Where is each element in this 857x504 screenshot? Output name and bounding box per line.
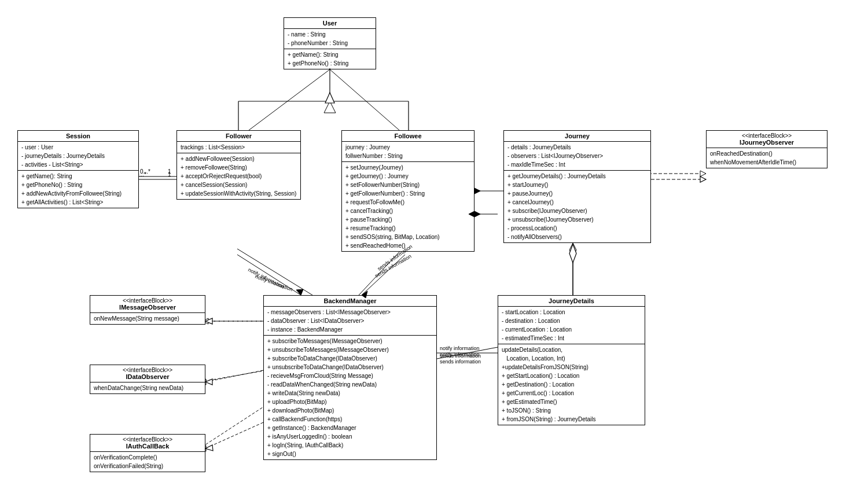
followee-methods: + setJourney(Journey) + getJourney() : J… bbox=[342, 162, 474, 251]
svg-text:notify information: notify information bbox=[254, 273, 293, 292]
svg-marker-49 bbox=[205, 318, 212, 324]
imessage-observer-methods: onNewMessage(String message) bbox=[90, 313, 205, 324]
follower-class: Follower trackings : List<Session> + add… bbox=[176, 130, 301, 200]
svg-text:notify information: notify information bbox=[440, 345, 480, 351]
user-attributes: - name : String - phoneNumber : String bbox=[284, 29, 376, 49]
svg-text:1: 1 bbox=[168, 171, 171, 178]
iauth-callback-class: <<interfaceBlock>> IAuthCallBack onVerif… bbox=[90, 434, 205, 472]
svg-text:notify information: notify information bbox=[440, 352, 480, 358]
svg-marker-2 bbox=[324, 101, 336, 113]
journey-details-methods: updateDetails(Location, Location, Locati… bbox=[498, 344, 645, 425]
idata-observer-class: <<interfaceBlock>> IDataObserver whenDat… bbox=[90, 365, 205, 394]
journey-title: Journey bbox=[504, 131, 650, 142]
imessage-observer-class: <<interfaceBlock>> IMessageObserver onNe… bbox=[90, 295, 205, 325]
backend-manager-attributes: - messageObservers : List<IMessageObserv… bbox=[264, 307, 436, 336]
svg-marker-53 bbox=[205, 445, 213, 451]
followee-attributes: journey : Journey follwerNumber : String bbox=[342, 142, 474, 162]
svg-text:sends information: sends information bbox=[440, 359, 481, 365]
svg-marker-9 bbox=[700, 171, 706, 176]
svg-line-39 bbox=[362, 255, 405, 295]
follower-methods: + addNewFollowee(Session) + removeFollow… bbox=[177, 153, 300, 199]
iauth-callback-methods: onVerificationComplete() onVerificationF… bbox=[90, 452, 205, 472]
followee-class: Followee journey : Journey follwerNumber… bbox=[341, 130, 475, 252]
diagram-container: 0...* 1 sends information notify informa… bbox=[0, 0, 857, 504]
svg-text:sends information: sends information bbox=[440, 353, 481, 359]
svg-marker-29 bbox=[325, 93, 334, 103]
user-class: User - name : String - phoneNumber : Str… bbox=[284, 17, 376, 69]
journey-attributes: - details : JourneyDetails - observers :… bbox=[504, 142, 650, 171]
svg-line-52 bbox=[205, 422, 263, 448]
followee-title: Followee bbox=[342, 131, 474, 142]
user-methods: + getName(): String + getPhoneNo() : Str… bbox=[284, 49, 376, 69]
svg-marker-36 bbox=[700, 176, 706, 182]
journey-details-title: JourneyDetails bbox=[498, 296, 645, 307]
idata-observer-title: <<interfaceBlock>> IDataObserver bbox=[90, 365, 205, 382]
svg-line-12 bbox=[359, 249, 402, 295]
svg-text:sends information: sends information bbox=[374, 253, 413, 279]
follower-attributes: trackings : List<Session> bbox=[177, 142, 300, 153]
idata-observer-methods: whenDataChange(String newData) bbox=[90, 382, 205, 393]
imessage-observer-title: <<interfaceBlock>> IMessageObserver bbox=[90, 296, 205, 313]
svg-text:0...*: 0...* bbox=[140, 168, 150, 175]
svg-text:1: 1 bbox=[168, 168, 171, 175]
session-methods: + getName(): String + getPhoneNo() : Str… bbox=[18, 171, 138, 208]
journey-methods: + getJourneyDetails() : JourneyDetails +… bbox=[504, 171, 650, 242]
svg-text:notify information: notify information bbox=[247, 267, 285, 290]
iauth-callback-title: <<interfaceBlock>> IAuthCallBack bbox=[90, 435, 205, 452]
session-title: Session bbox=[18, 131, 138, 142]
svg-line-21 bbox=[200, 370, 266, 382]
journey-details-class: JourneyDetails - startLocation : Locatio… bbox=[498, 295, 645, 425]
svg-line-45 bbox=[437, 347, 498, 359]
journey-details-attributes: - startLocation : Location - destination… bbox=[498, 307, 645, 344]
svg-line-0 bbox=[249, 69, 330, 130]
svg-line-50 bbox=[205, 370, 263, 382]
backend-manager-methods: + subscribeToMessages(IMessageObserver) … bbox=[264, 336, 436, 459]
svg-line-14 bbox=[237, 249, 312, 295]
backend-manager-class: BackendManager - messageObservers : List… bbox=[263, 295, 437, 460]
user-title: User bbox=[284, 18, 376, 29]
backend-manager-title: BackendManager bbox=[264, 296, 436, 307]
svg-marker-11 bbox=[569, 243, 576, 257]
ijourney-observer-class: <<interfaceBlock>> IJourneyObserver onRe… bbox=[706, 130, 827, 168]
svg-marker-51 bbox=[205, 379, 212, 385]
ijourney-observer-title: <<interfaceBlock>> IJourneyObserver bbox=[707, 131, 827, 148]
session-class: Session - user : User - journeyDetails :… bbox=[17, 130, 139, 208]
svg-marker-38 bbox=[569, 244, 576, 263]
journey-class: Journey - details : JourneyDetails - obs… bbox=[503, 130, 651, 243]
svg-marker-43 bbox=[296, 289, 303, 295]
ijourney-observer-methods: onReachedDestination() whenNoMovementAft… bbox=[707, 148, 827, 168]
follower-title: Follower bbox=[177, 131, 300, 142]
svg-line-23 bbox=[200, 405, 266, 448]
svg-line-42 bbox=[237, 255, 301, 295]
session-attributes: - user : User - journeyDetails : Journey… bbox=[18, 142, 138, 171]
svg-line-1 bbox=[330, 69, 399, 130]
